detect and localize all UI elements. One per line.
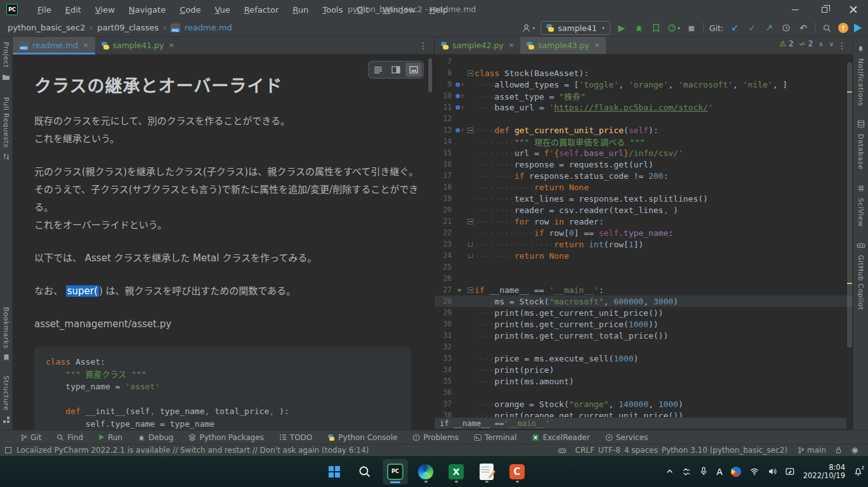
code-line-32[interactable]: 32 bbox=[435, 341, 853, 353]
tab-close-icon[interactable]: ✕ bbox=[595, 42, 600, 49]
git-branch-widget[interactable]: main bbox=[798, 446, 826, 455]
tool-window-stripe-github-copilot[interactable]: GitHub Copilot bbox=[857, 240, 865, 310]
tool-window-button-python-packages[interactable]: Python Packages bbox=[188, 433, 263, 442]
status-item-utf-8[interactable]: UTF-8 bbox=[598, 446, 621, 455]
code-line-13[interactable]: 13↑····def get_current_unit_price(self): bbox=[435, 124, 853, 136]
start-button[interactable] bbox=[322, 459, 347, 484]
tab-close-icon[interactable]: ✕ bbox=[169, 42, 174, 49]
user-icon[interactable]: ▾ bbox=[522, 21, 535, 35]
tab-sample43.py[interactable]: sample43.py✕ bbox=[520, 37, 606, 54]
code-line-37[interactable]: 37····orange = Stock("orange", 140000, 1… bbox=[435, 398, 853, 410]
code-line-30[interactable]: 30····print(ms.get_current_price(1000)) bbox=[435, 318, 853, 330]
override-marker-icon[interactable]: ↑ bbox=[454, 93, 466, 99]
pen-tablet-icon[interactable] bbox=[786, 467, 795, 476]
volume-icon[interactable] bbox=[768, 467, 777, 476]
search-everywhere-button[interactable] bbox=[821, 21, 832, 35]
github-copilot-status-icon[interactable] bbox=[558, 446, 567, 455]
taskbar-edge-icon[interactable] bbox=[413, 459, 438, 484]
code-line-28[interactable]: 28····ms = Stock("macrosoft", 600000, 30… bbox=[435, 295, 853, 307]
tool-window-button-debug[interactable]: Debug bbox=[138, 433, 173, 442]
menu-tools[interactable]: Tools bbox=[317, 3, 348, 17]
minimize-button[interactable] bbox=[780, 0, 810, 19]
restore-button[interactable] bbox=[810, 0, 839, 19]
tool-window-button-terminal[interactable]: Terminal bbox=[474, 433, 517, 442]
tool-window-button-excelreader[interactable]: ExcelReader bbox=[532, 433, 589, 442]
tool-window-stripe-notifications[interactable]: Notifications bbox=[857, 43, 865, 106]
code-line-24[interactable]: 24········return None bbox=[435, 250, 853, 261]
tab-sample41.py[interactable]: sample41.py✕ bbox=[95, 37, 181, 54]
status-item-4-spaces[interactable]: 4 spaces bbox=[624, 446, 658, 455]
focus-assist-icon[interactable]: z bbox=[853, 467, 863, 476]
next-problem-button[interactable]: ∨ bbox=[829, 41, 834, 48]
fold-marker-icon[interactable] bbox=[466, 219, 475, 224]
tab-close-icon[interactable]: ✕ bbox=[83, 42, 88, 49]
tool-window-button-services[interactable]: Services bbox=[605, 433, 648, 442]
breadcrumb-item-python_basic_sec2[interactable]: python_basic_sec2 bbox=[8, 23, 85, 32]
code-line-35[interactable]: 35····print(ms.amount) bbox=[435, 375, 853, 387]
stop-button[interactable]: ■ bbox=[686, 21, 697, 35]
tab-close-icon[interactable]: ✕ bbox=[509, 42, 514, 49]
override-marker-icon[interactable]: ↑ bbox=[454, 127, 466, 133]
fold-marker-icon[interactable] bbox=[466, 287, 475, 293]
microphone-icon[interactable] bbox=[699, 467, 708, 476]
taskbar-search-button[interactable] bbox=[352, 459, 378, 484]
code-line-9[interactable]: 9↑····allowed_types = ['toggle', 'orange… bbox=[435, 79, 853, 90]
debug-button[interactable] bbox=[633, 21, 645, 35]
code-line-33[interactable]: 33····price = ms.execute_sell(1000) bbox=[435, 353, 853, 364]
taskbar-excel-icon[interactable]: X bbox=[444, 459, 469, 484]
show-preview-only-button[interactable] bbox=[405, 63, 422, 77]
prev-problem-button[interactable]: ∧ bbox=[819, 41, 823, 48]
status-message-area[interactable]: Localized PyCharm 2022.2.1 is available … bbox=[5, 446, 369, 455]
inspections-widget[interactable]: ⚠ 2 ✓ 2 ∧ ∨ bbox=[779, 39, 834, 48]
tray-sync-icon[interactable] bbox=[682, 467, 691, 476]
update-project-button[interactable]: ↙ bbox=[729, 21, 740, 35]
tray-chevron-up-icon[interactable] bbox=[666, 467, 674, 476]
code-line-7[interactable]: 7 bbox=[435, 56, 853, 67]
wifi-icon[interactable] bbox=[749, 467, 760, 476]
run-with-coverage-button[interactable] bbox=[650, 21, 662, 35]
push-button[interactable]: ↗ bbox=[763, 21, 775, 35]
tool-window-stripe-pull-requests[interactable]: Pull Requests bbox=[2, 97, 10, 163]
status-item-crlf[interactable]: CRLF bbox=[575, 446, 595, 455]
rollback-button[interactable]: ↶ bbox=[798, 21, 809, 35]
breadcrumb-item-part09_classes[interactable]: part09_classes bbox=[97, 23, 159, 32]
code-line-14[interactable]: 14········""" 現在の買取単価を調べる """ bbox=[435, 136, 853, 147]
tab-readme.md[interactable]: MDreadme.md✕ bbox=[13, 37, 95, 54]
menu-code[interactable]: Code bbox=[174, 3, 206, 17]
tool-window-button-git[interactable]: Git bbox=[20, 433, 41, 442]
run-configuration-select[interactable]: sample41 ▾ bbox=[541, 21, 610, 35]
menu-run[interactable]: Run bbox=[287, 3, 314, 17]
code-line-21[interactable]: 21········for row in reader: bbox=[435, 216, 853, 227]
tool-window-stripe-database[interactable]: Database bbox=[857, 119, 865, 170]
fold-marker-icon[interactable] bbox=[466, 242, 475, 247]
code-line-25[interactable]: 25 bbox=[435, 261, 853, 273]
code-line-10[interactable]: 10↑····asset_type = "株券" bbox=[435, 90, 853, 101]
close-button[interactable] bbox=[839, 0, 868, 19]
tool-window-stripe-bookmarks[interactable]: Bookmarks bbox=[2, 307, 10, 364]
breadcrumb-item-readme.md[interactable]: readme.md bbox=[185, 23, 232, 32]
code-line-11[interactable]: 11↑····base_url = 'https://flask.pc5bai.… bbox=[435, 101, 853, 113]
code-with-me-icon[interactable] bbox=[854, 23, 862, 32]
code-line-18[interactable]: 18············return None bbox=[435, 181, 853, 193]
run-line-icon[interactable]: ▶ bbox=[454, 287, 466, 293]
commit-button[interactable]: ✓ bbox=[746, 21, 758, 35]
code-line-20[interactable]: 20········reader = csv.reader(text_lines… bbox=[435, 204, 853, 216]
fold-marker-icon[interactable] bbox=[466, 254, 475, 258]
menu-refactor[interactable]: Refactor bbox=[239, 3, 285, 17]
menu-file[interactable]: File bbox=[32, 3, 57, 17]
override-marker-icon[interactable]: ↑ bbox=[454, 82, 466, 88]
taskbar-pycharm-icon[interactable]: PC bbox=[383, 459, 408, 484]
override-marker-icon[interactable]: ↑ bbox=[454, 105, 466, 110]
fold-marker-icon[interactable] bbox=[466, 127, 475, 133]
tab-options-icon[interactable]: ⋮ bbox=[831, 41, 853, 51]
tool-window-button-problems[interactable]: Problems bbox=[412, 433, 458, 442]
code-line-23[interactable]: 23················return int(row[1]) bbox=[435, 238, 853, 250]
code-editor[interactable]: 78class Stock(BaseAsset):9↑····allowed_t… bbox=[435, 56, 853, 430]
code-line-15[interactable]: 15········url = f'{self.base_url}/info/c… bbox=[435, 147, 853, 159]
ime-indicator[interactable]: A bbox=[716, 467, 723, 477]
taskbar-camtasia-icon[interactable]: C bbox=[504, 459, 530, 484]
tool-window-stripe-structure[interactable]: Structure bbox=[2, 375, 10, 426]
show-editor-and-preview-button[interactable] bbox=[388, 63, 404, 77]
code-line-36[interactable]: 36 bbox=[435, 387, 853, 398]
history-button[interactable] bbox=[780, 21, 792, 35]
